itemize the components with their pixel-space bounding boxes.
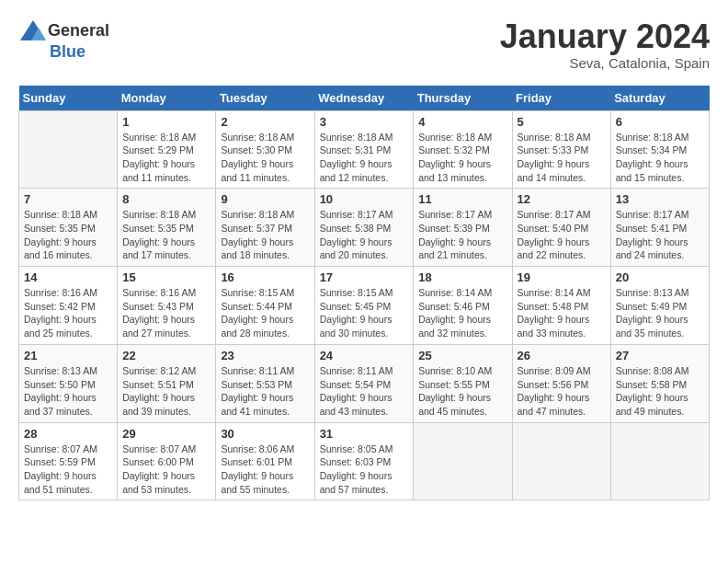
- day-number: 30: [221, 427, 309, 441]
- calendar-cell: 23Sunrise: 8:11 AM Sunset: 5:53 PM Dayli…: [216, 344, 314, 422]
- day-number: 25: [418, 349, 506, 362]
- day-number: 31: [320, 427, 409, 441]
- day-number: 29: [122, 427, 210, 441]
- calendar-cell: [610, 422, 709, 500]
- title-area: January 2024 Seva, Catalonia, Spain: [500, 18, 710, 71]
- calendar-cell: 5Sunrise: 8:18 AM Sunset: 5:33 PM Daylig…: [512, 110, 610, 189]
- day-number: 21: [24, 349, 112, 362]
- day-info: Sunrise: 8:17 AM Sunset: 5:41 PM Dayligh…: [616, 208, 704, 262]
- day-header-wednesday: Wednesday: [314, 86, 414, 111]
- day-info: Sunrise: 8:17 AM Sunset: 5:40 PM Dayligh…: [518, 208, 606, 262]
- calendar-cell: 9Sunrise: 8:18 AM Sunset: 5:37 PM Daylig…: [216, 189, 314, 267]
- calendar-cell: 31Sunrise: 8:05 AM Sunset: 6:03 PM Dayli…: [314, 422, 414, 500]
- month-title: January 2024: [500, 18, 710, 55]
- day-header-tuesday: Tuesday: [216, 86, 314, 111]
- day-number: 23: [221, 349, 309, 362]
- calendar-cell: 26Sunrise: 8:09 AM Sunset: 5:56 PM Dayli…: [512, 344, 610, 422]
- day-info: Sunrise: 8:16 AM Sunset: 5:43 PM Dayligh…: [122, 286, 210, 340]
- day-info: Sunrise: 8:18 AM Sunset: 5:34 PM Dayligh…: [616, 131, 704, 185]
- location-subtitle: Seva, Catalonia, Spain: [500, 55, 710, 71]
- day-info: Sunrise: 8:07 AM Sunset: 5:59 PM Dayligh…: [24, 442, 112, 497]
- day-number: 13: [616, 192, 704, 206]
- day-number: 17: [320, 270, 409, 284]
- logo-general: General: [48, 21, 109, 40]
- calendar-cell: 28Sunrise: 8:07 AM Sunset: 5:59 PM Dayli…: [19, 422, 118, 500]
- calendar-cell: 12Sunrise: 8:17 AM Sunset: 5:40 PM Dayli…: [512, 189, 610, 267]
- day-number: 2: [221, 115, 309, 129]
- day-info: Sunrise: 8:05 AM Sunset: 6:03 PM Dayligh…: [320, 442, 409, 497]
- day-info: Sunrise: 8:15 AM Sunset: 5:44 PM Dayligh…: [221, 286, 309, 340]
- calendar-cell: 15Sunrise: 8:16 AM Sunset: 5:43 PM Dayli…: [118, 267, 216, 345]
- calendar-cell: 19Sunrise: 8:14 AM Sunset: 5:48 PM Dayli…: [512, 267, 610, 345]
- calendar-cell: 14Sunrise: 8:16 AM Sunset: 5:42 PM Dayli…: [19, 267, 118, 345]
- day-info: Sunrise: 8:18 AM Sunset: 5:35 PM Dayligh…: [122, 208, 210, 262]
- day-header-sunday: Sunday: [19, 86, 118, 111]
- calendar-cell: [414, 422, 512, 500]
- day-number: 26: [518, 349, 606, 362]
- week-row-1: 1Sunrise: 8:18 AM Sunset: 5:29 PM Daylig…: [19, 110, 710, 189]
- calendar-cell: 29Sunrise: 8:07 AM Sunset: 6:00 PM Dayli…: [118, 422, 216, 500]
- day-number: 10: [320, 192, 409, 206]
- day-header-monday: Monday: [118, 86, 216, 111]
- day-header-saturday: Saturday: [610, 86, 709, 111]
- calendar-cell: [512, 422, 610, 500]
- day-info: Sunrise: 8:14 AM Sunset: 5:48 PM Dayligh…: [518, 286, 606, 340]
- calendar-cell: 13Sunrise: 8:17 AM Sunset: 5:41 PM Dayli…: [610, 189, 709, 267]
- day-number: 12: [518, 192, 606, 206]
- calendar-cell: 24Sunrise: 8:11 AM Sunset: 5:54 PM Dayli…: [314, 344, 414, 422]
- day-info: Sunrise: 8:12 AM Sunset: 5:51 PM Dayligh…: [122, 364, 210, 419]
- calendar-cell: 30Sunrise: 8:06 AM Sunset: 6:01 PM Dayli…: [216, 422, 314, 500]
- day-number: 16: [221, 270, 309, 284]
- day-info: Sunrise: 8:18 AM Sunset: 5:37 PM Dayligh…: [221, 208, 309, 262]
- day-info: Sunrise: 8:18 AM Sunset: 5:33 PM Dayligh…: [518, 131, 606, 185]
- calendar-cell: 16Sunrise: 8:15 AM Sunset: 5:44 PM Dayli…: [216, 267, 314, 345]
- day-info: Sunrise: 8:14 AM Sunset: 5:46 PM Dayligh…: [418, 286, 506, 340]
- day-info: Sunrise: 8:17 AM Sunset: 5:38 PM Dayligh…: [320, 208, 409, 262]
- day-info: Sunrise: 8:15 AM Sunset: 5:45 PM Dayligh…: [320, 286, 409, 340]
- day-info: Sunrise: 8:10 AM Sunset: 5:55 PM Dayligh…: [418, 364, 506, 419]
- day-info: Sunrise: 8:13 AM Sunset: 5:49 PM Dayligh…: [616, 286, 704, 340]
- calendar-cell: 7Sunrise: 8:18 AM Sunset: 5:35 PM Daylig…: [19, 189, 118, 267]
- calendar-cell: 11Sunrise: 8:17 AM Sunset: 5:39 PM Dayli…: [414, 189, 512, 267]
- header-row: SundayMondayTuesdayWednesdayThursdayFrid…: [19, 86, 710, 111]
- calendar-cell: 1Sunrise: 8:18 AM Sunset: 5:29 PM Daylig…: [118, 110, 216, 189]
- day-info: Sunrise: 8:08 AM Sunset: 5:58 PM Dayligh…: [616, 364, 704, 419]
- day-info: Sunrise: 8:09 AM Sunset: 5:56 PM Dayligh…: [518, 364, 606, 419]
- day-info: Sunrise: 8:18 AM Sunset: 5:32 PM Dayligh…: [418, 131, 506, 185]
- day-number: 18: [418, 270, 506, 284]
- week-row-4: 21Sunrise: 8:13 AM Sunset: 5:50 PM Dayli…: [19, 344, 710, 422]
- week-row-2: 7Sunrise: 8:18 AM Sunset: 5:35 PM Daylig…: [19, 189, 710, 267]
- calendar-cell: 21Sunrise: 8:13 AM Sunset: 5:50 PM Dayli…: [19, 344, 118, 422]
- logo-blue: Blue: [50, 42, 85, 61]
- day-info: Sunrise: 8:17 AM Sunset: 5:39 PM Dayligh…: [418, 208, 506, 262]
- day-number: 3: [320, 115, 409, 129]
- day-info: Sunrise: 8:18 AM Sunset: 5:31 PM Dayligh…: [320, 131, 409, 185]
- day-number: 27: [616, 349, 704, 362]
- day-number: 4: [418, 115, 506, 129]
- day-number: 14: [24, 270, 112, 284]
- calendar-cell: 8Sunrise: 8:18 AM Sunset: 5:35 PM Daylig…: [118, 189, 216, 267]
- calendar-cell: 10Sunrise: 8:17 AM Sunset: 5:38 PM Dayli…: [314, 189, 414, 267]
- calendar-cell: 17Sunrise: 8:15 AM Sunset: 5:45 PM Dayli…: [314, 267, 414, 345]
- calendar-cell: 18Sunrise: 8:14 AM Sunset: 5:46 PM Dayli…: [414, 267, 512, 345]
- calendar-cell: 4Sunrise: 8:18 AM Sunset: 5:32 PM Daylig…: [414, 110, 512, 189]
- logo: General Blue: [18, 18, 109, 62]
- day-number: 6: [616, 115, 704, 129]
- day-info: Sunrise: 8:18 AM Sunset: 5:30 PM Dayligh…: [221, 131, 309, 185]
- calendar-cell: 2Sunrise: 8:18 AM Sunset: 5:30 PM Daylig…: [216, 110, 314, 189]
- day-number: 15: [122, 270, 210, 284]
- day-info: Sunrise: 8:07 AM Sunset: 6:00 PM Dayligh…: [122, 442, 210, 497]
- week-row-3: 14Sunrise: 8:16 AM Sunset: 5:42 PM Dayli…: [19, 267, 710, 345]
- day-info: Sunrise: 8:11 AM Sunset: 5:53 PM Dayligh…: [221, 364, 309, 419]
- day-number: 8: [122, 192, 210, 206]
- day-info: Sunrise: 8:18 AM Sunset: 5:35 PM Dayligh…: [24, 208, 112, 262]
- day-number: 5: [518, 115, 606, 129]
- calendar-table: SundayMondayTuesdayWednesdayThursdayFrid…: [18, 86, 710, 501]
- day-info: Sunrise: 8:11 AM Sunset: 5:54 PM Dayligh…: [320, 364, 409, 419]
- day-info: Sunrise: 8:18 AM Sunset: 5:29 PM Dayligh…: [122, 131, 210, 185]
- day-number: 9: [221, 192, 309, 206]
- day-header-friday: Friday: [512, 86, 610, 111]
- calendar-cell: 20Sunrise: 8:13 AM Sunset: 5:49 PM Dayli…: [610, 267, 709, 345]
- week-row-5: 28Sunrise: 8:07 AM Sunset: 5:59 PM Dayli…: [19, 422, 710, 500]
- calendar-cell: 25Sunrise: 8:10 AM Sunset: 5:55 PM Dayli…: [414, 344, 512, 422]
